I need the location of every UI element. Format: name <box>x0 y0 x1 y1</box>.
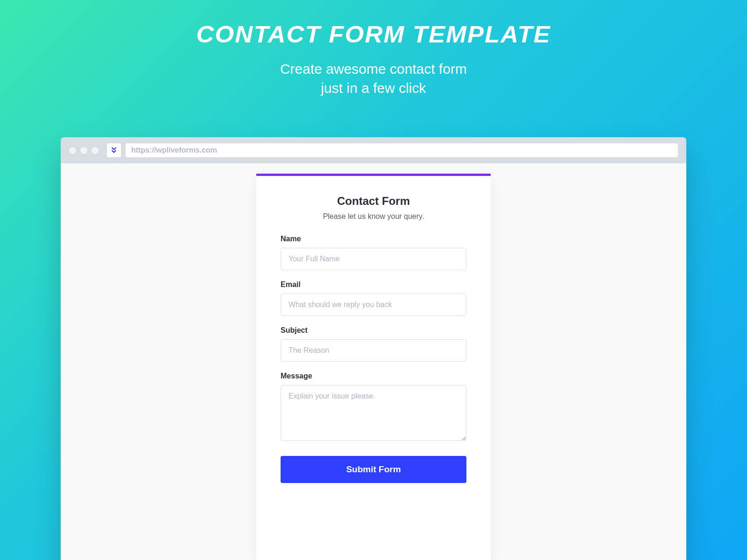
hero-background: CONTACT FORM TEMPLATE Create awesome con… <box>0 0 747 560</box>
hero-subtitle-line1: Create awesome contact form <box>280 61 467 77</box>
browser-viewport: Contact Form Please let us know your que… <box>61 163 686 560</box>
name-input[interactable] <box>281 248 466 270</box>
message-textarea[interactable] <box>281 385 466 441</box>
window-dot-maximize-icon <box>92 147 99 154</box>
browser-toolbar: https://wpliveforms.com <box>61 137 686 163</box>
submit-button[interactable]: Submit Form <box>281 456 466 483</box>
email-input[interactable] <box>281 294 466 316</box>
hero-subtitle: Create awesome contact form just in a fe… <box>0 60 747 98</box>
contact-form-card: Contact Form Please let us know your que… <box>256 174 491 560</box>
form-subtitle: Please let us know your query. <box>281 212 466 221</box>
window-controls <box>69 147 99 154</box>
browser-mock: https://wpliveforms.com Contact Form Ple… <box>61 137 686 560</box>
name-label: Name <box>281 235 466 243</box>
subject-input[interactable] <box>281 339 466 362</box>
hero-title: CONTACT FORM TEMPLATE <box>0 21 747 48</box>
window-dot-close-icon <box>69 147 76 154</box>
window-dot-minimize-icon <box>80 147 87 154</box>
favicon-icon <box>107 143 121 157</box>
subject-label: Subject <box>281 326 466 335</box>
email-label: Email <box>281 280 466 289</box>
message-label: Message <box>281 372 466 380</box>
url-bar[interactable]: https://wpliveforms.com <box>126 143 678 157</box>
form-title: Contact Form <box>281 195 466 208</box>
hero-subtitle-line2: just in a few click <box>321 80 426 96</box>
